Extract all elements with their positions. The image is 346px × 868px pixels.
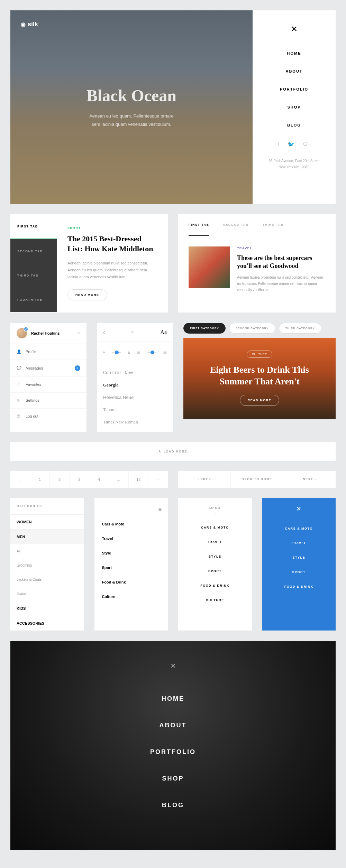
blue-food[interactable]: FOOD & DRINK [262,579,336,594]
nav-shop[interactable]: SHOP [263,105,325,109]
pill-third-category[interactable]: THIRD CATEGORY [279,323,321,334]
menu-culture[interactable]: CULTURE [178,593,252,607]
feature-panel: FIRST CATEGORY SECOND CATEGORY THIRD CAT… [183,323,336,432]
overlay-home[interactable]: HOME [10,685,336,712]
load-more-button[interactable]: LOAD MORE [10,442,336,461]
vertical-tabs-panel: FIRST TAB SECOND TAB THIRD TAB FOURTH TA… [10,214,168,312]
prev-button[interactable]: ‹ PREV [178,471,231,488]
blue-cars[interactable]: CARS & MOTO [262,521,336,536]
cat-accessories[interactable]: ACCESSORIES [10,616,84,631]
cat-all[interactable]: All [10,544,84,558]
page-4[interactable]: 4 [89,471,109,488]
profile-name: Rachel Hopkins [31,331,73,335]
htab-first[interactable]: FIRST TAB [189,214,209,236]
cat-men[interactable]: MEN [10,529,84,544]
overlay-portfolio[interactable]: PORTFOLIO [10,739,336,765]
menu-settings[interactable]: ⚙Settings [10,393,86,409]
page-3[interactable]: 3 [70,471,89,488]
avatar-badge: 2 [24,327,28,332]
cat-jackets[interactable]: Jackets & Coats [10,572,84,587]
cat-jeans[interactable]: Jeans [10,587,84,601]
cat-grooming[interactable]: Grooming [10,558,84,572]
htab-third[interactable]: THIRD TAB [263,214,284,236]
font-helvetica[interactable]: Helvetica Neue [97,391,173,403]
nav-home[interactable]: HOME [263,51,325,55]
font-times[interactable]: Times New Roman [97,416,173,428]
user-icon: 👤 [17,349,21,354]
read-more-button[interactable]: READ MORE [67,289,107,300]
menu-cars[interactable]: CARS & MOTO [178,520,252,535]
overlay-shop[interactable]: SHOP [10,765,336,792]
close-icon[interactable]: ✕ [262,505,336,513]
menu-logout[interactable]: ⏻Log out [10,409,86,424]
more-icon[interactable]: ••• [131,330,135,334]
googleplus-icon[interactable]: G+ [303,141,311,148]
article-body: Aenean lacinia bibendum nulla sed consec… [67,260,157,280]
address-line-1: 36 Park Avenue, East 20st Street [263,158,325,164]
list-food[interactable]: Food & Drink [94,575,168,589]
font-size-slider[interactable] [112,352,121,353]
nav-portfolio[interactable]: PORTFOLIO [263,87,325,91]
vtab-fourth[interactable]: FOURTH TAB [10,288,57,312]
font-georgia[interactable]: Georgia [97,379,173,391]
article-body: Aenean lacinia bibendum nulla sed consec… [237,274,325,293]
htab-second[interactable]: SECOND TAB [223,214,249,236]
menu-food[interactable]: FOOD & DRINK [178,578,252,593]
vtab-first[interactable]: FIRST TAB [10,214,57,239]
nav-blog[interactable]: BLOG [263,123,325,127]
back-to-home-button[interactable]: BACK TO HOME [231,471,283,488]
facebook-icon[interactable]: f [277,141,279,148]
page-12[interactable]: 12 [129,471,148,488]
close-icon[interactable]: ✕ [10,662,336,670]
category-travel: TRAVEL [237,246,325,250]
list-travel[interactable]: Travel [94,531,168,546]
pill-first-category[interactable]: FIRST CATEGORY [183,323,226,334]
page-ellipsis: ... [109,471,129,488]
feature-title: Eight Beers to Drink This Summer That Ar… [194,364,325,388]
hero-subtitle-2: sem lacinia quam venenatis vestibulum. [86,120,176,128]
avatar[interactable]: 2 [17,328,27,338]
cat-kids[interactable]: KIDS [10,601,84,616]
menu-messages[interactable]: 💬Messages2 [10,360,86,377]
blue-style[interactable]: STYLE [262,550,336,565]
chevron-down-icon[interactable]: ⌄ [178,511,252,520]
menu-travel[interactable]: TRAVEL [178,535,252,549]
page-prev[interactable]: ‹ [10,471,30,488]
hamburger-icon[interactable]: ≡ [77,330,80,336]
next-button[interactable]: NEXT › [283,471,336,488]
chat-icon: 💬 [17,366,21,370]
cat-women[interactable]: WOMEN [10,514,84,529]
line-height-slider[interactable] [147,352,156,353]
menu-sport[interactable]: SPORT [178,564,252,578]
page-next[interactable]: › [148,471,168,488]
overlay-blog[interactable]: BLOG [10,792,336,819]
blue-travel[interactable]: TRAVEL [262,536,336,550]
close-icon[interactable]: ✕ [263,24,325,34]
menu-favorites[interactable]: ♡Favorites [10,377,86,393]
pill-second-category[interactable]: SECOND CATEGORY [229,323,275,334]
blue-sport[interactable]: SPORT [262,565,336,579]
font-tahoma[interactable]: Tahoma [97,403,173,416]
read-more-button[interactable]: READ MORE [240,395,280,406]
back-icon[interactable]: ‹ [103,329,105,335]
list-style[interactable]: Style [94,546,168,560]
hamburger-icon[interactable]: ≡ [158,506,162,513]
list-sport[interactable]: Sport [94,560,168,575]
overlay-about[interactable]: ABOUT [10,712,336,739]
vtab-third[interactable]: THIRD TAB [10,263,57,288]
list-culture[interactable]: Culture [94,589,168,604]
vtab-second[interactable]: SECOND TAB [10,239,57,263]
nav-about[interactable]: ABOUT [263,69,325,73]
logo[interactable]: silk [21,21,38,28]
page-1[interactable]: 1 [30,471,50,488]
menu-heading: MENU [178,502,252,511]
menu-profile[interactable]: 👤Profile [10,344,86,360]
page-2[interactable]: 2 [50,471,70,488]
profile-panel: 2 Rachel Hopkins ≡ 👤Profile 💬Messages2 ♡… [10,323,86,432]
menu-style[interactable]: STYLE [178,549,252,564]
article-title: These are the best supercars you'll see … [237,254,325,270]
list-cars[interactable]: Cars & Moto [94,517,168,531]
font-courier[interactable]: Courier New [97,367,173,379]
twitter-icon[interactable]: 🐦 [288,141,294,148]
pagination: ‹ 1 2 3 4 ... 12 › [10,471,168,488]
